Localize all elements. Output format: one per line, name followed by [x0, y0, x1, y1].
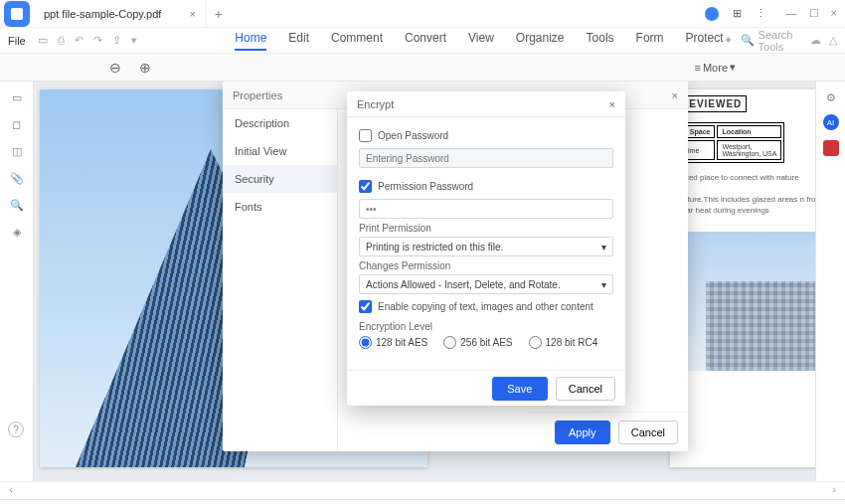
- title-bar: ppt file-sample-Copy.pdf × + ⊞ ⋮ — ☐ ×: [0, 0, 845, 28]
- magic-icon[interactable]: ✦: [724, 34, 733, 47]
- cancel-button[interactable]: Cancel: [618, 420, 678, 444]
- save-button[interactable]: Save: [492, 377, 548, 401]
- tab-comment[interactable]: Comment: [331, 31, 383, 51]
- zoom-in-icon[interactable]: ⊕: [139, 60, 151, 76]
- thumbnail-icon[interactable]: ◫: [12, 145, 22, 158]
- encrypt-close-icon[interactable]: ×: [609, 98, 615, 110]
- menu-kebab-icon[interactable]: ⋮: [756, 7, 766, 20]
- open-icon[interactable]: ▭: [38, 34, 48, 47]
- new-tab-button[interactable]: +: [207, 6, 231, 22]
- redo-icon[interactable]: ↷: [93, 34, 102, 47]
- scroll-left-icon[interactable]: ‹: [4, 483, 18, 497]
- changes-permission-select[interactable]: Actions Allowed - Insert, Delete, and Ro…: [359, 274, 613, 294]
- tab-home[interactable]: Home: [235, 31, 266, 51]
- user-avatar-icon[interactable]: [705, 7, 719, 21]
- encrypt-cancel-button[interactable]: Cancel: [556, 377, 615, 401]
- status-bar: 101.93 x 47.87 cm ✋ ▣ |‹ ‹ /4 › ›| ▭▾ ▣▾…: [0, 499, 845, 504]
- window-minimize-icon[interactable]: —: [786, 7, 797, 20]
- close-tab-icon[interactable]: ×: [189, 8, 195, 20]
- file-menu[interactable]: File: [8, 35, 30, 47]
- enable-copy-label: Enable copying of text, images and other…: [378, 301, 593, 312]
- radio-128-rc4[interactable]: 128 bit RC4: [529, 336, 598, 349]
- chevron-down-icon: ▾: [730, 61, 736, 74]
- ribbon-bar: File ▭ ⎙ ↶ ↷ ⇪ ▾ Home Edit Comment Conve…: [0, 28, 845, 54]
- props-tab-initial-view[interactable]: Initial View: [223, 137, 337, 165]
- window-close-icon[interactable]: ×: [831, 7, 837, 20]
- tab-organize[interactable]: Organize: [516, 31, 565, 51]
- properties-close-icon[interactable]: ×: [672, 89, 678, 101]
- help-icon[interactable]: ?: [8, 421, 24, 437]
- permission-password-label: Permission Password: [378, 181, 473, 192]
- encrypt-dialog: Encrypt × Open Password Permission Passw…: [347, 91, 625, 406]
- tab-title: ppt file-sample-Copy.pdf: [44, 8, 161, 20]
- tab-form[interactable]: Form: [636, 31, 664, 51]
- settings-icon[interactable]: ⚙: [826, 91, 836, 104]
- print-permission-label: Print Permission: [359, 223, 613, 234]
- open-password-label: Open Password: [378, 130, 448, 141]
- home-toolbar: ⊖ ⊕ ≡ More ▾: [0, 54, 845, 82]
- titlebar-actions: ⊞ ⋮ — ☐ ×: [705, 7, 845, 21]
- menu-tabs: Home Edit Comment Convert View Organize …: [235, 31, 723, 51]
- encryption-level-label: Encryption Level: [359, 321, 613, 332]
- document-canvas[interactable]: ot Allowed ot Allowed Allowed ot Allowed…: [34, 82, 815, 481]
- properties-sidebar: Description Initial View Security Fonts: [223, 109, 338, 451]
- search-icon[interactable]: 🔍: [10, 199, 24, 212]
- window-maximize-icon[interactable]: ☐: [809, 7, 819, 20]
- tab-edit[interactable]: Edit: [288, 31, 309, 51]
- ms-icon[interactable]: [823, 140, 839, 156]
- search-placeholder: Search Tools: [759, 29, 802, 53]
- permission-password-checkbox[interactable]: [359, 180, 372, 193]
- app-logo-icon: [4, 1, 30, 27]
- more-hamburger-icon: ≡: [695, 62, 701, 74]
- print-icon[interactable]: ⎙: [58, 34, 65, 47]
- more-dropdown[interactable]: ≡ More ▾: [695, 61, 736, 74]
- search-tools[interactable]: 🔍 Search Tools: [741, 29, 802, 53]
- properties-title: Properties: [233, 89, 282, 101]
- scroll-right-icon[interactable]: ›: [827, 483, 841, 497]
- encrypt-title: Encrypt: [357, 98, 394, 110]
- tab-view[interactable]: View: [468, 31, 494, 51]
- changes-permission-label: Changes Permission: [359, 260, 613, 271]
- chevron-down-icon: ▾: [601, 242, 606, 252]
- building-image: [670, 232, 815, 371]
- right-rail: ⚙ AI: [815, 82, 845, 481]
- radio-128-aes[interactable]: 128 bit AES: [359, 336, 427, 349]
- print-permission-select[interactable]: Printing is restricted on this file.▾: [359, 237, 613, 256]
- undo-icon[interactable]: ↶: [75, 34, 84, 47]
- layers-icon[interactable]: ◈: [13, 226, 21, 239]
- page-icon[interactable]: ▭: [12, 91, 22, 104]
- props-tab-fonts[interactable]: Fonts: [223, 193, 337, 221]
- pdf-page-2: REVIEWED s SpaceLocation TimeWestport, W…: [670, 89, 815, 467]
- chevron-down-icon[interactable]: ▾: [131, 34, 137, 47]
- zoom-out-icon[interactable]: ⊖: [109, 60, 121, 76]
- tab-convert[interactable]: Convert: [405, 31, 446, 51]
- collapse-ribbon-icon[interactable]: △: [829, 34, 837, 47]
- attachment-icon[interactable]: 📎: [10, 172, 24, 185]
- chevron-down-icon: ▾: [601, 279, 606, 290]
- feedback-icon[interactable]: ⊞: [733, 7, 742, 20]
- tab-protect[interactable]: Protect: [686, 31, 724, 51]
- open-password-field[interactable]: [359, 148, 613, 168]
- cloud-icon[interactable]: ☁: [810, 34, 821, 47]
- tab-tools[interactable]: Tools: [587, 31, 614, 51]
- ai-icon[interactable]: AI: [823, 114, 839, 130]
- props-tab-security[interactable]: Security: [223, 165, 337, 193]
- radio-256-aes[interactable]: 256 bit AES: [443, 336, 512, 349]
- permission-password-field[interactable]: [359, 199, 613, 219]
- apply-button[interactable]: Apply: [555, 420, 610, 444]
- horizontal-scrollbar[interactable]: ‹ ›: [0, 481, 845, 499]
- bookmark-icon[interactable]: ◻: [12, 118, 21, 131]
- share-icon[interactable]: ⇪: [112, 34, 121, 47]
- open-password-checkbox[interactable]: [359, 129, 372, 142]
- info-table: s SpaceLocation TimeWestport, Washington…: [676, 122, 784, 163]
- enable-copy-checkbox[interactable]: [359, 300, 372, 313]
- main-area: ▭ ◻ ◫ 📎 🔍 ◈ ot Allowed ot Allowed Allowe…: [0, 82, 845, 481]
- props-tab-description[interactable]: Description: [223, 109, 337, 137]
- document-tab[interactable]: ppt file-sample-Copy.pdf ×: [34, 0, 207, 27]
- search-icon: 🔍: [741, 34, 755, 47]
